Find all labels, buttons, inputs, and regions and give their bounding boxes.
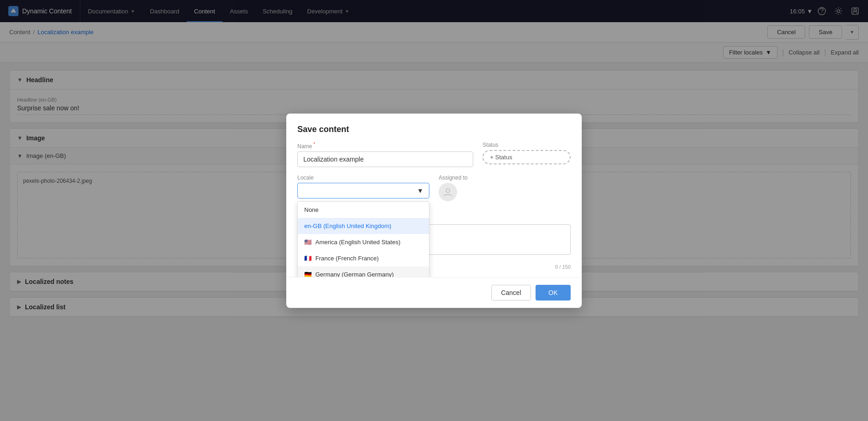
locale-option-en-us[interactable]: 🇺🇸 America (English United States) <box>298 234 429 250</box>
locale-option-en-us-flag: 🇺🇸 <box>304 239 312 246</box>
locale-option-fr-fr-flag: 🇫🇷 <box>304 255 312 262</box>
locale-dropdown-select[interactable]: ▼ <box>297 183 429 198</box>
modal-title: Save content <box>297 125 571 134</box>
locale-option-en-us-label: America (English United States) <box>315 239 400 246</box>
form-row-name-status: Name * Status + Status <box>297 142 571 167</box>
save-content-modal: Save content Name * Status + Status <box>286 114 582 308</box>
locale-option-en-gb-label: en-GB (English United Kingdom) <box>304 223 392 229</box>
modal-ok-button[interactable]: OK <box>536 285 571 301</box>
modal-overlay: Save content Name * Status + Status <box>0 0 868 421</box>
modal-body: Name * Status + Status Locale ▼ <box>286 142 582 277</box>
form-group-locale: Locale ▼ None en-GB (English United King… <box>297 174 429 201</box>
locale-option-de-de-label: Germany (German Germany) <box>315 271 394 277</box>
locale-dropdown-options: None en-GB (English United Kingdom) 🇺🇸 A… <box>297 201 429 277</box>
status-badge-button[interactable]: + Status <box>482 150 571 164</box>
form-group-status: Status + Status <box>482 142 571 167</box>
assigned-label: Assigned to <box>439 174 571 181</box>
name-label: Name * <box>297 142 473 150</box>
modal-footer: Cancel OK <box>286 277 582 308</box>
locale-option-en-gb[interactable]: en-GB (English United Kingdom) <box>298 218 429 234</box>
modal-header: Save content <box>286 114 582 142</box>
form-row-locale: Locale ▼ None en-GB (English United King… <box>297 174 571 201</box>
status-label: Status <box>482 142 571 148</box>
assigned-avatar <box>439 183 457 201</box>
form-group-assigned: Assigned to <box>439 174 571 201</box>
locale-option-fr-fr[interactable]: 🇫🇷 France (French France) <box>298 250 429 266</box>
locale-option-de-de-flag: 🇩🇪 <box>304 271 312 277</box>
locale-dropdown-chevron: ▼ <box>417 187 423 194</box>
modal-cancel-button[interactable]: Cancel <box>491 285 531 301</box>
form-group-name: Name * <box>297 142 473 167</box>
locale-option-fr-fr-label: France (French France) <box>315 255 379 262</box>
name-input[interactable] <box>297 151 473 167</box>
locale-label: Locale <box>297 174 429 181</box>
svg-point-5 <box>446 189 450 192</box>
locale-option-de-de[interactable]: 🇩🇪 Germany (German Germany) <box>298 266 429 277</box>
locale-option-none-label: None <box>304 206 319 213</box>
locale-option-none[interactable]: None <box>298 202 429 218</box>
